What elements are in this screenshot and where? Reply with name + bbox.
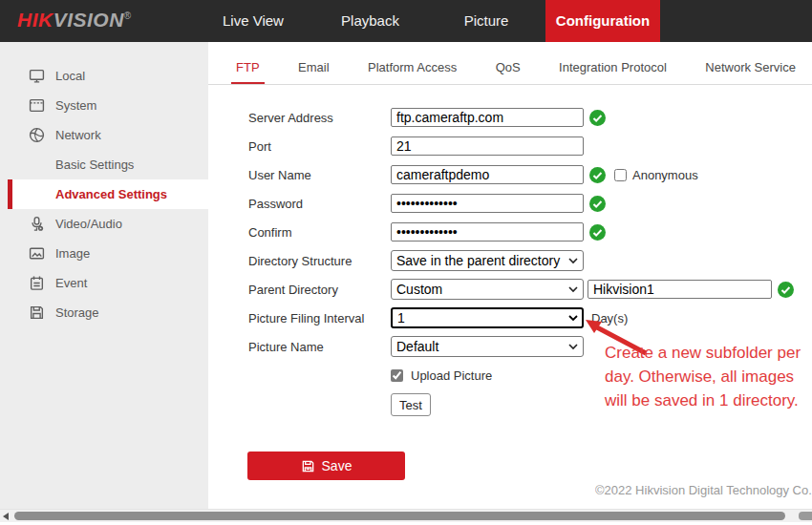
valid-check-icon [589, 110, 606, 126]
hikvision-config-app: HIKVISION® Live View Playback Picture Co… [0, 0, 812, 525]
scrollbar-corner [799, 512, 812, 520]
logo-vision: VISION [53, 9, 124, 31]
image-icon [29, 245, 45, 262]
picture-filing-interval-selectwrap: 1 [391, 307, 584, 328]
logo-hik: HIK [17, 9, 53, 31]
nav-live-view[interactable]: Live View [205, 0, 301, 42]
picture-filing-interval-row: Picture Filing Interval 1 Day(s) [248, 304, 812, 332]
sidebar-item-label: Advanced Settings [55, 187, 167, 201]
tab-email[interactable]: Email [293, 60, 334, 84]
directory-structure-select[interactable]: Save in the parent directory [391, 250, 584, 271]
password-input[interactable] [391, 194, 584, 213]
server-address-input[interactable] [391, 108, 584, 127]
sidebar-item-network[interactable]: Network [0, 120, 208, 150]
directory-structure-row: Directory Structure Save in the parent d… [248, 246, 812, 275]
copyright-footer: ©2022 Hikvision Digital Technology Co., … [595, 483, 812, 497]
scrollbar-thumb[interactable] [14, 512, 785, 520]
sidebar-item-local[interactable]: Local [0, 61, 208, 91]
scroll-left-arrow-icon[interactable] [3, 513, 9, 520]
port-label: Port [248, 139, 391, 154]
password-label: Password [248, 197, 391, 211]
globe-icon [29, 127, 45, 143]
logo-registered-mark: ® [124, 10, 132, 21]
hikvision-logo: HIKVISION® [17, 9, 132, 32]
sidebar-item-image[interactable]: Image [0, 239, 208, 268]
sidebar-item-label: System [55, 98, 96, 113]
picture-filing-interval-select[interactable]: 1 [391, 307, 584, 328]
directory-structure-label: Directory Structure [248, 254, 391, 268]
confirm-password-input[interactable] [391, 222, 584, 242]
anonymous-checkbox[interactable] [614, 169, 627, 181]
valid-check-icon [778, 282, 794, 298]
parent-directory-row: Parent Directory Custom [248, 275, 812, 304]
sidebar-item-storage[interactable]: Storage [0, 298, 208, 327]
server-address-row: Server Address [248, 103, 812, 132]
monitor-icon [29, 68, 45, 84]
anonymous-option: Anonymous [614, 168, 698, 182]
microphone-icon [29, 216, 45, 232]
sidebar-item-system[interactable]: System [0, 91, 208, 120]
sidebar-item-label: Network [55, 128, 101, 142]
port-row: Port [248, 132, 812, 160]
test-button[interactable]: Test [391, 393, 431, 416]
parent-directory-select[interactable]: Custom [391, 279, 584, 300]
user-name-row: User Name Anonymous [248, 160, 812, 189]
sidebar-item-label: Storage [55, 305, 99, 320]
sidebar-item-label: Basic Settings [55, 158, 134, 172]
confirm-label: Confirm [248, 225, 391, 240]
tab-network-service[interactable]: Network Service [700, 60, 801, 84]
annotation-note: Create a new subfolder per day. Otherwis… [605, 341, 811, 412]
picture-name-select[interactable]: Default [391, 336, 584, 357]
calendar-icon [29, 275, 45, 291]
picture-filing-interval-label: Picture Filing Interval [248, 311, 391, 326]
sidebar-item-label: Event [55, 276, 87, 290]
user-name-label: User Name [248, 168, 391, 182]
parent-directory-custom-input[interactable] [588, 280, 772, 299]
picture-name-selectwrap: Default [391, 336, 584, 357]
directory-structure-selectwrap: Save in the parent directory [391, 250, 584, 271]
horizontal-scrollbar[interactable] [0, 509, 812, 522]
tab-ftp[interactable]: FTP [231, 60, 265, 84]
server-address-label: Server Address [248, 111, 391, 125]
anonymous-label: Anonymous [632, 168, 698, 182]
valid-check-icon [589, 224, 606, 241]
save-button-label: Save [322, 458, 353, 473]
valid-check-icon [589, 196, 606, 212]
ftp-settings-form: Server Address Port User Name Anonymous [248, 103, 812, 480]
top-bar: HIKVISION® Live View Playback Picture Co… [0, 0, 812, 42]
sidebar-item-label: Image [55, 246, 90, 261]
window-icon [29, 97, 45, 114]
save-icon [301, 459, 315, 473]
tab-integration-protocol[interactable]: Integration Protocol [554, 60, 672, 84]
save-button[interactable]: Save [247, 452, 405, 480]
upload-picture-label: Upload Picture [411, 368, 492, 383]
parent-directory-selectwrap: Custom [391, 279, 584, 300]
valid-check-icon [589, 167, 606, 183]
sidebar-item-label: Local [55, 69, 85, 83]
nav-configuration[interactable]: Configuration [545, 0, 660, 42]
sidebar: Local System Network Basic Settings Adva… [0, 42, 208, 509]
nav-playback[interactable]: Playback [325, 0, 416, 42]
upload-picture-checkbox[interactable] [391, 369, 403, 382]
sidebar-item-label: Video/Audio [55, 217, 122, 231]
sidebar-item-advanced-settings[interactable]: Advanced Settings [8, 179, 208, 209]
user-name-input[interactable] [391, 165, 584, 184]
sidebar-item-event[interactable]: Event [0, 268, 208, 298]
port-input[interactable] [391, 136, 584, 156]
picture-name-label: Picture Name [248, 340, 391, 354]
storage-icon [29, 304, 45, 321]
nav-picture[interactable]: Picture [443, 0, 529, 42]
sidebar-item-video-audio[interactable]: Video/Audio [0, 209, 208, 239]
settings-tabs: FTP Email Platform Access QoS Integratio… [208, 42, 812, 85]
password-row: Password [248, 189, 812, 218]
sidebar-item-basic-settings[interactable]: Basic Settings [0, 150, 208, 179]
tab-platform-access[interactable]: Platform Access [363, 60, 461, 84]
parent-directory-label: Parent Directory [248, 283, 391, 297]
main-content: FTP Email Platform Access QoS Integratio… [208, 42, 812, 509]
confirm-row: Confirm [248, 218, 812, 246]
tab-qos[interactable]: QoS [491, 60, 525, 84]
